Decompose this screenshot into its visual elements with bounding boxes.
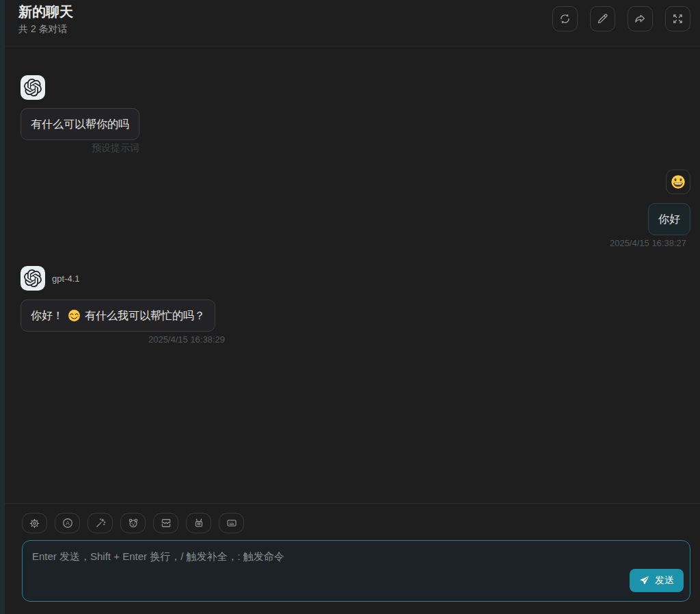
edit-icon: [596, 12, 609, 25]
reload-icon: [558, 12, 571, 25]
settings-button[interactable]: [22, 513, 47, 533]
message-text: 有什么我可以帮忙的吗？: [85, 310, 205, 321]
message-stack: 有什么可以帮你的吗 预设提示词: [21, 100, 139, 155]
message-bubble[interactable]: 你好: [648, 203, 690, 235]
shortcuts-button[interactable]: [219, 513, 244, 533]
svg-text:A: A: [66, 520, 70, 526]
message-assistant-2: gpt-4.1 你好！ 有什么: [21, 266, 690, 345]
shortcuts-icon: [226, 517, 238, 529]
message-text: 有什么可以帮你的吗: [31, 118, 129, 130]
message-user-1: 你好 2025/4/15 16:38:27: [21, 170, 690, 248]
share-button[interactable]: [628, 6, 653, 31]
message-text: 你好: [658, 213, 680, 225]
composer-input-wrap: 发送: [22, 540, 690, 602]
share-icon: [634, 12, 647, 25]
settings-icon: [29, 518, 40, 529]
user-avatar: [666, 170, 690, 194]
model-name-label: gpt-4.1: [52, 273, 79, 284]
send-button-label: 发送: [655, 574, 674, 587]
fullscreen-button[interactable]: [665, 6, 690, 31]
message-assistant-1: 有什么可以帮你的吗 预设提示词: [21, 75, 690, 155]
assistant-header: gpt-4.1: [21, 266, 690, 291]
clear-context-icon: [160, 517, 172, 529]
preset-prompt-hint: 预设提示词: [21, 142, 139, 155]
sidebar-edge: [0, 0, 5, 614]
fullscreen-icon: [671, 12, 684, 25]
reload-button[interactable]: [552, 6, 578, 31]
message-stack: 你好！ 有什么我可以帮忙的吗？ 2025/4/15 16:38:29: [21, 291, 215, 345]
message-bubble[interactable]: 你好！ 有什么我可以帮忙的吗？: [21, 299, 215, 332]
message-date: 2025/4/15 16:38:27: [610, 238, 690, 248]
page-title: 新的聊天: [18, 3, 73, 21]
smiling-face-emoji: [68, 309, 81, 322]
send-button[interactable]: 发送: [630, 569, 684, 592]
chat-app: 新的聊天 共 2 条对话: [0, 0, 700, 614]
prompt-wand-icon: [94, 517, 107, 529]
grinning-face-emoji: [671, 174, 686, 189]
plugins-icon: [193, 517, 205, 529]
chat-header: 新的聊天 共 2 条对话: [5, 0, 700, 46]
theme-icon: A: [62, 517, 74, 529]
chat-window: 新的聊天 共 2 条对话: [5, 0, 700, 614]
chat-toolbar: A: [22, 513, 690, 533]
message-date: 2025/4/15 16:38:29: [30, 334, 225, 345]
message-text: 你好！: [31, 310, 64, 321]
rename-button[interactable]: [590, 6, 615, 31]
paper-plane-icon: [639, 575, 650, 586]
openai-logo-icon: [24, 269, 42, 287]
message-count: 共 2 条对话: [18, 23, 73, 36]
masks-button[interactable]: [120, 513, 146, 533]
openai-logo-icon: [24, 79, 42, 96]
clear-context-button[interactable]: [153, 513, 178, 533]
chat-input[interactable]: [23, 541, 690, 601]
assistant-avatar: [21, 75, 45, 100]
chat-body: 有什么可以帮你的吗 预设提示词: [5, 46, 700, 503]
message-bubble[interactable]: 有什么可以帮你的吗: [21, 108, 139, 140]
theme-button[interactable]: A: [55, 513, 80, 533]
masks-icon: [127, 517, 139, 529]
composer-panel: A: [5, 503, 700, 614]
header-actions: [552, 3, 690, 31]
assistant-avatar: [21, 266, 45, 291]
plugins-button[interactable]: [186, 513, 211, 533]
prompt-button[interactable]: [88, 513, 113, 533]
chat-header-titles: 新的聊天 共 2 条对话: [18, 3, 73, 36]
